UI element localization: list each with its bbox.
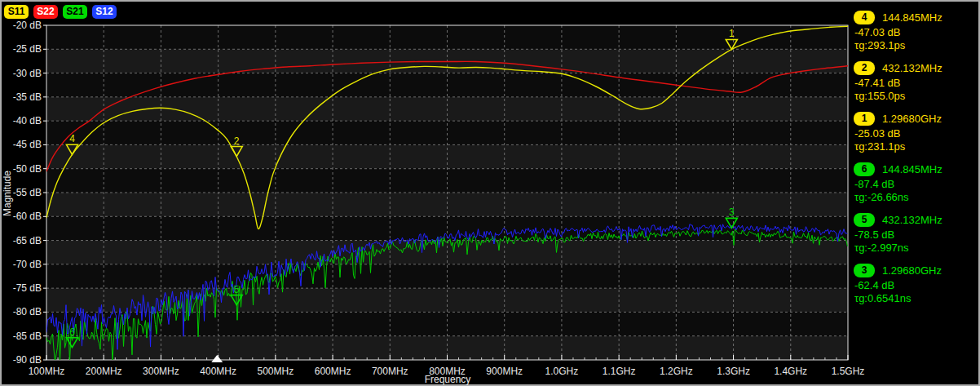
y-tick-label: -90 dB	[13, 354, 42, 366]
y-tick-label: -50 dB	[13, 163, 42, 175]
marker-number-1: 1	[729, 28, 735, 39]
marker-frequency: 1.29680GHz	[882, 264, 942, 277]
marker-readout-5: 5 432.132MHz -78.5 dB τg:-2.997ns	[854, 213, 978, 255]
marker-number-6: 6	[69, 326, 75, 338]
marker-badge: 4	[854, 11, 875, 24]
y-tick-label: -40 dB	[13, 115, 42, 126]
y-tick-label: -20 dB	[13, 20, 42, 31]
marker-badge: 5	[854, 213, 875, 227]
marker-magnitude: -87.4 dB	[854, 178, 978, 191]
marker-magnitude: -62.4 dB	[854, 279, 978, 292]
y-tick-label: -70 dB	[13, 259, 42, 270]
marker-readout-4: 4 144.845MHz -47.03 dB τg:293.1ps	[854, 11, 978, 52]
y-tick-label: -80 dB	[13, 306, 42, 317]
trace-legend: S11 S22 S21 S12	[4, 5, 117, 19]
marker-frequency: 144.845MHz	[882, 11, 942, 24]
marker-number-4: 4	[69, 133, 75, 144]
marker-readout-3: 3 1.29680GHz -62.4 dB τg:0.6541ns	[854, 264, 978, 305]
y-tick-label: -30 dB	[13, 68, 42, 79]
legend-badge-s21[interactable]: S21	[63, 5, 87, 19]
marker-frequency: 144.845MHz	[882, 163, 942, 176]
magnitude-plot[interactable]: 100MHz200MHz300MHz400MHz500MHz600MHz700M…	[0, 0, 980, 386]
x-axis-title: Frequency	[0, 374, 895, 385]
marker-readout-1: 1 1.29680GHz -25.03 dB τg:231.1ps	[854, 112, 978, 153]
marker-frequency: 432.132MHz	[882, 214, 942, 227]
y-tick-label: -60 dB	[13, 211, 42, 222]
y-axis-title: Magnitude	[2, 171, 13, 216]
legend-badge-s12[interactable]: S12	[92, 5, 117, 19]
y-tick-label: -55 dB	[13, 187, 42, 198]
legend-badge-s11[interactable]: S11	[4, 5, 29, 19]
marker-magnitude: -78.5 dB	[854, 228, 978, 242]
marker-number-5: 5	[234, 284, 240, 295]
marker-group-delay: τg:231.1ps	[854, 140, 978, 153]
y-tick-label: -35 dB	[13, 91, 42, 103]
marker-group-delay: τg:-2.997ns	[854, 242, 978, 255]
marker-readout-6: 6 144.845MHz -87.4 dB τg:-26.66ns	[854, 162, 978, 204]
marker-group-delay: τg:155.0ps	[854, 90, 978, 103]
marker-magnitude: -25.03 dB	[854, 127, 978, 140]
marker-badge: 6	[854, 162, 875, 176]
marker-number-3: 3	[729, 206, 735, 218]
y-tick-label: -75 dB	[13, 282, 42, 294]
marker-group-delay: τg:-26.66ns	[854, 191, 978, 204]
marker-group-delay: τg:0.6541ns	[854, 292, 978, 305]
marker-badge: 3	[854, 264, 875, 277]
marker-readout-2: 2 432.132MHz -47.41 dB τg:155.0ps	[854, 61, 978, 103]
marker-readout-panel: 4 144.845MHz -47.03 dB τg:293.1ps 2 432.…	[854, 11, 978, 314]
marker-magnitude: -47.41 dB	[854, 77, 978, 90]
legend-badge-s22[interactable]: S22	[33, 5, 58, 19]
marker-number-2: 2	[234, 135, 240, 147]
y-tick-label: -65 dB	[13, 235, 42, 246]
marker-frequency: 1.29680GHz	[882, 113, 942, 126]
marker-badge: 1	[854, 112, 875, 126]
marker-group-delay: τg:293.1ps	[854, 39, 978, 52]
y-tick-label: -45 dB	[13, 139, 42, 150]
marker-frequency: 432.132MHz	[882, 62, 942, 75]
y-tick-label: -25 dB	[13, 43, 42, 55]
y-tick-label: -85 dB	[13, 331, 42, 342]
marker-magnitude: -47.03 dB	[854, 26, 978, 39]
marker-badge: 2	[854, 61, 875, 75]
